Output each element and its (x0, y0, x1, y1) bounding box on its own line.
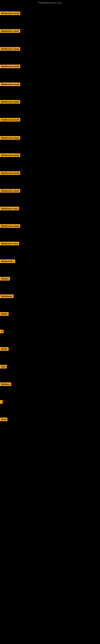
result-row-21: Bott (0, 365, 100, 369)
result-row-7: Bottleneck result (0, 118, 100, 122)
result-row-10: Bottleneck result (0, 171, 100, 176)
result-row-16: Bottlen (0, 277, 100, 281)
bottleneck-badge-2[interactable]: Bottleneck result (0, 29, 20, 33)
result-row-17: Bottleneck (0, 294, 100, 299)
bottleneck-badge-14[interactable]: Bottleneck resu (0, 242, 19, 245)
bottleneck-badge-11[interactable]: Bottleneck result (0, 189, 20, 192)
bottleneck-badge-13[interactable]: Bottleneck result (0, 224, 20, 228)
result-row-23: s (0, 400, 100, 404)
result-row-11: Bottleneck result (0, 189, 100, 194)
result-row-19: B (0, 330, 100, 334)
result-row-20: Bottle (0, 347, 100, 352)
bottleneck-badge-3[interactable]: Bottleneck result (0, 47, 20, 51)
bottleneck-badge-17[interactable]: Bottleneck (0, 294, 14, 298)
bottleneck-badge-18[interactable]: Bottle (0, 312, 9, 316)
result-row-24: Bottl (0, 418, 100, 422)
result-row-15: Bottleneck r (0, 260, 100, 264)
bottleneck-badge-6[interactable]: Bottleneck result (0, 100, 20, 104)
result-row-13: Bottleneck result (0, 224, 100, 228)
bottleneck-badge-1[interactable]: Bottleneck result (0, 12, 20, 15)
bottleneck-badge-16[interactable]: Bottlen (0, 277, 10, 280)
result-row-5: Bottleneck result (0, 82, 100, 87)
bottleneck-badge-15[interactable]: Bottleneck r (0, 260, 15, 263)
result-row-6: Bottleneck result (0, 100, 100, 104)
result-row-1: Bottleneck result (0, 12, 100, 16)
bottleneck-badge-7[interactable]: Bottleneck result (0, 118, 20, 122)
bottleneck-badge-22[interactable]: Bottlens (0, 382, 11, 386)
bottleneck-badge-12[interactable]: Bottleneck resu (0, 207, 19, 210)
result-row-4: Bottleneck result (0, 64, 100, 69)
result-row-8: Bottleneck result (0, 136, 100, 140)
bottleneck-badge-20[interactable]: Bottle (0, 347, 9, 351)
bottleneck-badge-8[interactable]: Bottleneck result (0, 136, 20, 140)
page-wrapper: TheBottlenecker.com Bottleneck resultBot… (0, 0, 100, 644)
site-title: TheBottlenecker.com (0, 0, 100, 6)
bottleneck-badge-9[interactable]: Bottleneck result (0, 153, 20, 157)
bottleneck-badge-19[interactable]: B (0, 330, 3, 333)
bottleneck-badge-23[interactable]: s (0, 400, 3, 404)
result-row-2: Bottleneck result (0, 29, 100, 34)
bottleneck-badge-10[interactable]: Bottleneck result (0, 171, 20, 175)
result-row-12: Bottleneck resu (0, 207, 100, 211)
result-row-14: Bottleneck resu (0, 242, 100, 246)
bottleneck-badge-24[interactable]: Bottl (0, 418, 7, 421)
result-row-9: Bottleneck result (0, 153, 100, 158)
bottleneck-badge-21[interactable]: Bott (0, 365, 7, 368)
bottleneck-badge-4[interactable]: Bottleneck result (0, 64, 20, 68)
result-row-22: Bottlens (0, 382, 100, 387)
result-row-18: Bottle (0, 312, 100, 316)
result-row-3: Bottleneck result (0, 47, 100, 52)
bottleneck-badge-5[interactable]: Bottleneck result (0, 82, 20, 86)
